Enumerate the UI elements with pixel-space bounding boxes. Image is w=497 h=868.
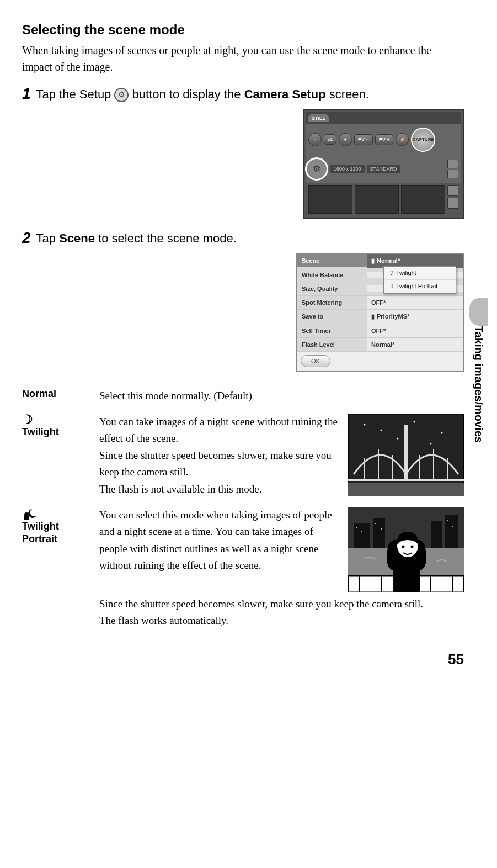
flash-toggle-button[interactable]: ⚡ <box>396 133 409 146</box>
gear-icon: ⚙ <box>313 163 320 174</box>
step2-pre: Tap <box>36 231 60 245</box>
mode-row-normal: Normal Select this mode normally. (Defau… <box>22 383 464 409</box>
page-number: 55 <box>22 651 464 668</box>
svg-point-3 <box>414 421 415 422</box>
row-label: Size, Quality <box>297 282 367 295</box>
svg-rect-20 <box>354 523 370 548</box>
svg-point-25 <box>361 531 362 532</box>
mode-table: Normal Select this mode normally. (Defau… <box>22 383 464 634</box>
mode-desc-twilight-portrait-top: You can select this mode when taking ima… <box>99 507 338 592</box>
still-tab[interactable]: STILL <box>308 114 329 122</box>
quality-label: STANDARD <box>367 165 400 173</box>
svg-point-5 <box>397 437 399 439</box>
resolution-label: 1600 x 1200 <box>330 165 365 173</box>
step-1: 1 Tap the Setup button to display the Ca… <box>22 86 464 103</box>
svg-rect-21 <box>373 518 385 548</box>
step-text: Tap Scene to select the scene mode. <box>36 230 464 247</box>
row-save-to[interactable]: Save to ▮PriorityMS* <box>297 310 463 324</box>
thumb-1 <box>308 185 352 214</box>
svg-point-29 <box>452 526 453 527</box>
row-spot-metering[interactable]: Spot Metering OFF* <box>297 296 463 310</box>
step-text: Tap the Setup button to display the Came… <box>36 86 464 103</box>
portrait-illustration <box>348 507 464 592</box>
camera-ui: STILL − x1 + EV − EV + ⚡ CAPTURE ⚙ 1600 … <box>303 109 464 219</box>
mini-button-2[interactable] <box>447 170 458 178</box>
row-flash-level[interactable]: Flash Level Normal* <box>297 338 463 352</box>
step1-tail: screen. <box>329 87 369 101</box>
moon-icon: ☽ <box>22 414 88 426</box>
svg-point-24 <box>356 527 357 528</box>
intro-text: When taking images of scenes or people a… <box>22 42 464 75</box>
svg-point-4 <box>441 432 443 433</box>
moon-icon: ☽ <box>388 269 394 277</box>
svg-rect-22 <box>431 521 442 548</box>
mini-button-1[interactable] <box>447 160 458 168</box>
person-moon-icon <box>22 507 88 520</box>
row-value: OFF* <box>367 324 463 337</box>
right-mini-buttons <box>447 160 458 178</box>
camera-screenshot: STILL − x1 + EV − EV + ⚡ CAPTURE ⚙ 1600 … <box>22 109 464 219</box>
step-2: 2 Tap Scene to select the scene mode. <box>22 230 464 247</box>
svg-point-2 <box>381 429 382 431</box>
svg-rect-23 <box>445 515 458 548</box>
thumb-side-2[interactable] <box>447 198 458 209</box>
mode-row-twilight-portrait: Twilight Portrait You can select this mo… <box>22 502 464 634</box>
scene-dropdown: ☽Twilight ☽Twilight Portrait <box>383 266 456 294</box>
row-self-timer[interactable]: Self Timer OFF* <box>297 324 463 338</box>
row-label: Spot Metering <box>297 296 367 309</box>
svg-point-1 <box>364 424 366 425</box>
ev-minus-button[interactable]: EV − <box>354 134 373 145</box>
dropdown-option-twilight-portrait[interactable]: ☽Twilight Portrait <box>384 280 456 293</box>
zoom-in-button[interactable]: + <box>339 133 352 146</box>
row-value: Normal* <box>367 338 463 351</box>
svg-point-28 <box>447 520 448 521</box>
bridge-illustration <box>348 414 464 497</box>
svg-point-27 <box>381 528 382 530</box>
step-number: 2 <box>22 230 31 247</box>
mode-label-twilight: ☽ Twilight <box>22 414 88 497</box>
mode-row-twilight: ☽ Twilight You can take images of a nigh… <box>22 409 464 502</box>
thumb-3 <box>401 185 445 214</box>
ok-button[interactable]: OK <box>301 355 330 367</box>
row-label: Save to <box>297 310 367 323</box>
mode-label-normal: Normal <box>22 388 88 404</box>
svg-point-37 <box>402 545 405 548</box>
svg-rect-17 <box>24 516 29 520</box>
setup-button-highlight[interactable]: ⚙ <box>305 157 328 181</box>
mode-desc-normal: Select this mode normally. (Default) <box>99 388 464 404</box>
row-label: Self Timer <box>297 324 367 337</box>
thumb-side-1[interactable] <box>447 185 458 196</box>
zoom-label: x1 <box>324 134 336 145</box>
setup-gear-icon <box>114 88 129 102</box>
row-label: Scene <box>297 254 367 267</box>
settings-screenshot: Scene ▮Normal* White Balance Size, Quali… <box>22 253 464 372</box>
person-moon-icon: ☽ <box>388 283 394 290</box>
svg-point-38 <box>411 545 414 548</box>
svg-rect-15 <box>348 483 464 496</box>
svg-point-26 <box>375 523 376 524</box>
step1-bold: Camera Setup <box>244 87 326 101</box>
step2-bold: Scene <box>59 231 95 245</box>
row-label: White Balance <box>297 268 367 282</box>
thumb-2 <box>355 185 399 214</box>
capture-button[interactable]: CAPTURE <box>411 128 435 152</box>
mode-desc-twilight: You can take images of a night scene wit… <box>99 414 338 497</box>
step2-post: to select the scene mode. <box>98 231 237 245</box>
page-title: Selecting the scene mode <box>22 22 464 38</box>
step1-post: button to display the <box>132 87 244 101</box>
side-tab-blob <box>469 298 488 326</box>
step-number: 1 <box>22 86 31 103</box>
dropdown-option-twilight[interactable]: ☽Twilight <box>384 267 456 280</box>
row-label: Flash Level <box>297 338 367 351</box>
mode-desc-twilight-portrait-bottom: Since the shutter speed becomes slower, … <box>99 596 464 629</box>
row-value: ▮PriorityMS* <box>367 310 463 324</box>
mode-label-twilight-portrait: Twilight Portrait <box>22 507 88 629</box>
section-tab: Taking images/movies <box>472 326 485 443</box>
row-value: OFF* <box>367 296 463 309</box>
ev-plus-button[interactable]: EV + <box>375 134 394 145</box>
step1-pre: Tap the Setup <box>36 87 115 101</box>
zoom-out-button[interactable]: − <box>308 133 322 146</box>
svg-point-6 <box>430 443 432 444</box>
